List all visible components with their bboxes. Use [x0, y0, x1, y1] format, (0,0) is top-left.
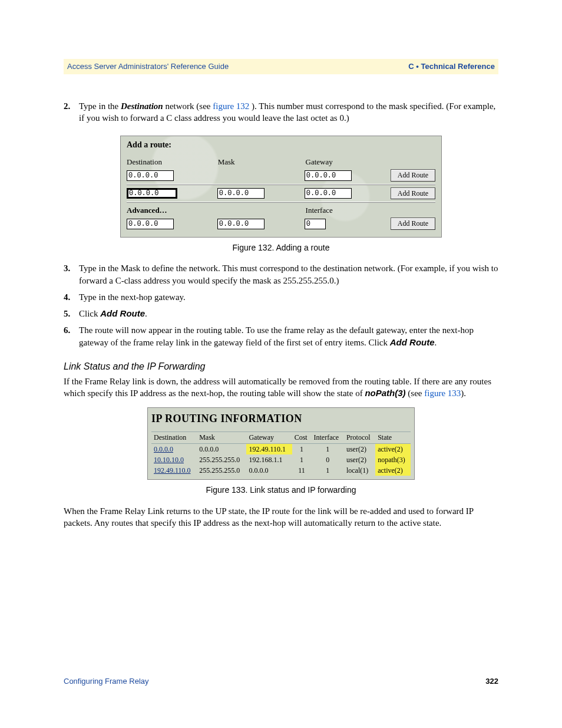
text: . [435, 338, 437, 347]
add-route-button[interactable]: Add Route [391, 218, 435, 229]
page-header: Access Server Administrators' Reference … [64, 59, 498, 74]
routing-table: Destination Mask Gateway Cost Interface … [151, 431, 411, 476]
step-number: 3. [64, 262, 79, 286]
mask-input[interactable] [217, 188, 265, 199]
routing-link[interactable]: 10.10.10.0 [154, 456, 184, 464]
step-4: 4. Type in the next-hop gateway. [64, 291, 498, 303]
header-left: Access Server Administrators' Reference … [67, 61, 229, 72]
gateway-input[interactable] [305, 188, 352, 199]
divider [127, 202, 435, 203]
figure-133: IP ROUTING INFORMATION Destination Mask … [147, 407, 415, 480]
closing-paragraph: When the Frame Relay Link returns to the… [64, 505, 498, 529]
step-body: Click Add Route. [79, 308, 498, 319]
route-row-2: Add Route [127, 187, 435, 199]
step-6: 6. The route will now appear in the rout… [64, 324, 498, 348]
text: (see [408, 388, 424, 398]
step-number: 6. [64, 324, 79, 348]
add-route-term: Add Route [390, 337, 435, 347]
steps-list-cont: 3. Type in the Mask to define the networ… [64, 262, 498, 348]
ip-routing-title: IP ROUTING INFORMATION [151, 411, 411, 426]
col-interface: Interface [312, 432, 344, 443]
route-row-1: Add Route [127, 169, 435, 181]
table-row: 192.49.110.0255.255.255.00.0.0.0111local… [151, 465, 411, 476]
table-header-row: Destination Mask Gateway Cost Interface … [151, 432, 411, 443]
advanced-label: Advanced… [127, 205, 218, 216]
figure-132: Add a route: Destination Mask Gateway Ad… [120, 136, 442, 238]
figure-132-link[interactable]: figure 132 [213, 101, 249, 111]
nopath-term: noPath(3) [365, 388, 405, 398]
add-route-button[interactable]: Add Route [391, 169, 435, 181]
dest-input[interactable] [127, 188, 177, 199]
col-destination: Destination [151, 432, 197, 443]
step-3: 3. Type in the Mask to define the networ… [64, 262, 498, 286]
col-gateway: Gateway [246, 432, 292, 443]
step-body: The route will now appear in the routing… [79, 324, 498, 348]
step-number: 4. [64, 291, 79, 303]
figure-133-link[interactable]: figure 133 [424, 388, 461, 398]
col-cost: Cost [292, 432, 312, 443]
col-protocol: Protocol [344, 432, 375, 443]
interface-input[interactable] [305, 219, 326, 229]
figure-133-caption: Figure 133. Link status and IP forwardin… [64, 485, 498, 496]
routing-link[interactable]: 0.0.0.0 [154, 445, 173, 453]
col-state: State [375, 432, 411, 443]
step-2: 2. Type in the Destination network (see … [64, 100, 498, 124]
table-row: 10.10.10.0255.255.255.0192.168.1.110user… [151, 454, 411, 465]
step-5: 5. Click Add Route. [64, 308, 498, 319]
text: Click [79, 309, 100, 318]
table-row: 0.0.0.00.0.0.0192.49.110.111user(2)activ… [151, 443, 411, 454]
text: network (see [165, 101, 213, 111]
figure-132-caption: Figure 132. Adding a route [64, 242, 498, 253]
add-route-term: Add Route [100, 308, 145, 318]
dest-input[interactable] [127, 170, 174, 181]
step-number: 2. [64, 100, 79, 124]
section-heading: Link Status and the IP Forwarding [64, 360, 498, 373]
step-body: Type in the next-hop gateway. [79, 291, 498, 303]
step-body: Type in the Destination network (see fig… [79, 100, 498, 124]
routing-link[interactable]: 192.49.110.0 [154, 466, 191, 475]
footer-left: Configuring Frame Relay [64, 676, 149, 687]
add-route-title: Add a route: [127, 140, 435, 151]
advanced-header: Advanced… Interface [127, 205, 435, 216]
col-mask: Mask [197, 432, 246, 443]
gateway-input[interactable] [305, 170, 352, 181]
text: ). [461, 388, 466, 398]
header-right: C • Technical Reference [408, 61, 495, 72]
steps-list: 2. Type in the Destination network (see … [64, 100, 498, 124]
add-route-button[interactable]: Add Route [391, 187, 435, 199]
col-mask: Mask [218, 157, 306, 167]
step-number: 5. [64, 308, 79, 319]
col-interface: Interface [306, 205, 392, 216]
mask-input[interactable] [217, 219, 265, 229]
divider [127, 184, 435, 185]
text: . [145, 309, 147, 318]
section-paragraph: If the Frame Relay link is down, the add… [64, 375, 498, 400]
dest-input[interactable] [127, 219, 174, 229]
footer-right: 322 [485, 676, 498, 687]
header-row: Destination Mask Gateway [127, 157, 435, 167]
step-body: Type in the Mask to define the network. … [79, 262, 498, 286]
route-row-3: Add Route [127, 218, 435, 229]
col-gateway: Gateway [306, 157, 392, 167]
page-footer: Configuring Frame Relay 322 [64, 676, 498, 687]
col-destination: Destination [127, 157, 218, 167]
text: Type in the [79, 101, 121, 111]
destination-term: Destination [121, 101, 163, 111]
